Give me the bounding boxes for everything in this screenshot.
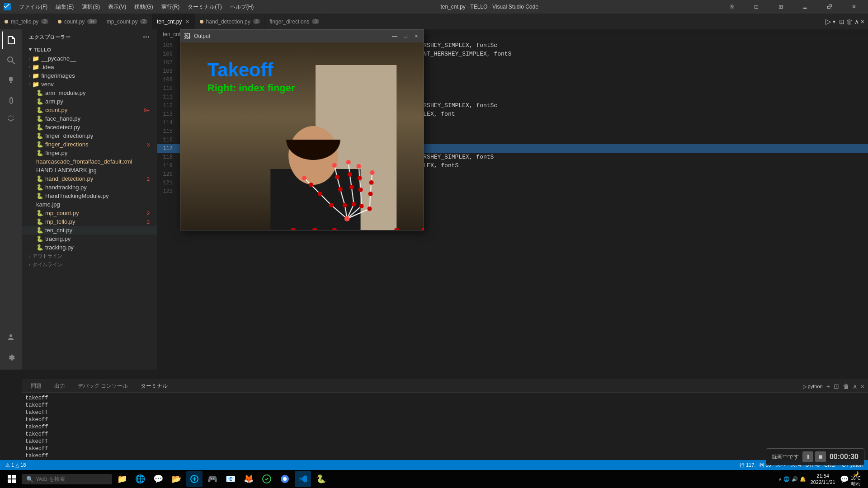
output-titlebar[interactable]: 🖼 Output — □ × — [180, 30, 424, 42]
split-terminal-btn[interactable]: ⊡ — [834, 383, 839, 390]
tab-hand-detection[interactable]: hand_detection.py 2 — [195, 14, 265, 29]
sidebar-item-mp-tello[interactable]: 🐍 mp_tello.py 2 — [22, 217, 157, 226]
sidebar-item-kame[interactable]: kame.jpg — [22, 200, 157, 209]
sidebar-item-ten-cnt[interactable]: 🐍 ten_cnt.py — [22, 226, 157, 235]
run-debug-icon[interactable] — [2, 91, 20, 109]
sidebar-item-face-hand[interactable]: 🐍 face_hand.py — [22, 114, 157, 123]
output-minimize-btn[interactable]: — — [391, 33, 398, 40]
layout-btn-3[interactable]: ⊞ — [770, 0, 791, 14]
taskbar-search-input[interactable] — [36, 476, 108, 482]
sidebar-item-finger-direction[interactable]: 🐍 finger_direction.py — [22, 131, 157, 140]
accounts-icon[interactable] — [2, 328, 20, 346]
sidebar-item-tracing[interactable]: 🐍 tracing.py — [22, 235, 157, 243]
status-errors[interactable]: ⚠ 1 △ 18 — [4, 462, 28, 468]
minimize-button[interactable]: 🗕 — [795, 0, 816, 14]
sidebar-section-outline[interactable]: › アウトライン — [22, 252, 157, 260]
sidebar-item-hand-landmark[interactable]: HAND LANDMARK.jpg — [22, 166, 157, 174]
add-terminal-btn[interactable]: + — [826, 383, 830, 390]
menu-edit[interactable]: 編集(E) — [52, 2, 77, 12]
sidebar-item-haarcascade[interactable]: haarcascade_frontalface_default.xml — [22, 157, 157, 166]
split-editor-btn[interactable]: ⊡ — [839, 18, 844, 25]
panel-tab-terminal[interactable]: ターミナル — [135, 380, 173, 392]
tab-count[interactable]: count.py 9+ — [53, 14, 102, 29]
panel-tab-problems[interactable]: 問題 — [25, 380, 47, 392]
sidebar-item-count[interactable]: 🐍 count.py 9+ — [22, 106, 157, 114]
taskbar-app4[interactable] — [259, 471, 275, 487]
settings-icon[interactable] — [2, 348, 20, 366]
taskbar-start-btn[interactable] — [4, 471, 20, 487]
tab-mp-count[interactable]: mp_count.py 2 — [102, 14, 152, 29]
stop-recording-btn[interactable]: ⏹ — [815, 451, 826, 462]
sidebar-item-arm-module[interactable]: 🐍 arm_module.py — [22, 89, 157, 97]
sidebar-item-facedetect[interactable]: 🐍 facedetect.py — [22, 123, 157, 131]
tab-finger-directions[interactable]: finger_directions 3 — [265, 14, 324, 29]
menu-help[interactable]: ヘルプ(H) — [226, 2, 258, 12]
close-panel-btn[interactable]: × — [861, 383, 864, 390]
taskbar-app3[interactable]: 🦊 — [241, 471, 257, 487]
sidebar-more-options[interactable]: ··· — [143, 33, 150, 41]
taskbar-file-explorer[interactable]: 📁 — [114, 471, 130, 487]
weather-temp: 16°C — [851, 476, 861, 481]
taskbar-python[interactable]: 🐍 — [313, 471, 329, 487]
maximize-panel-btn[interactable]: ∧ — [853, 383, 857, 390]
close-button[interactable]: ✕ — [844, 0, 864, 14]
layout-btn-1[interactable]: ⎘ — [722, 0, 742, 14]
badge: 3 — [147, 142, 150, 147]
trash-btn[interactable]: 🗑 — [846, 18, 853, 25]
sidebar-item-handtracking[interactable]: 🐍 handtracking.py — [22, 183, 157, 192]
tab-ten-cnt[interactable]: ten_cnt.py × — [152, 14, 195, 29]
sidebar-item-tracking[interactable]: 🐍 tracking.py — [22, 243, 157, 252]
svg-rect-1 — [8, 475, 11, 479]
menu-go[interactable]: 移動(G) — [131, 2, 156, 12]
sidebar-item-handtrackingmodule[interactable]: 🐍 HandTrackingModule.py — [22, 192, 157, 200]
sidebar-item-arm[interactable]: 🐍 arm.py — [22, 97, 157, 106]
menu-file[interactable]: ファイル(F) — [15, 2, 51, 12]
tab-mp-tello[interactable]: mp_tello.py 2 — [0, 14, 53, 29]
menu-select[interactable]: 選択(S) — [78, 2, 104, 12]
taskbar-chrome[interactable] — [277, 471, 293, 487]
run-dropdown[interactable]: ▾ — [833, 19, 835, 25]
extensions-icon[interactable] — [2, 111, 20, 129]
sidebar-item-finger-directions[interactable]: 🐍 finger_directions 3 — [22, 140, 157, 149]
taskbar-edge[interactable]: 🌐 — [132, 471, 148, 487]
run-button[interactable]: ▷ — [826, 17, 831, 26]
notification-btn[interactable]: 💬 — [840, 475, 849, 483]
tab-badge: 3 — [312, 19, 319, 24]
sidebar-item-pycache[interactable]: › 📁 __pycache__ — [22, 54, 157, 63]
search-icon[interactable] — [2, 51, 20, 69]
sidebar-item-venv[interactable]: › 📁 venv — [22, 80, 157, 89]
taskbar-folder[interactable]: 📂 — [168, 471, 184, 487]
sidebar-root-folder[interactable]: ▾ TELLO — [22, 45, 157, 54]
source-control-icon[interactable] — [2, 71, 20, 89]
menu-terminal[interactable]: ターミナル(T) — [184, 2, 225, 12]
restore-button[interactable]: 🗗 — [819, 0, 840, 14]
menu-run[interactable]: 実行(R) — [158, 2, 184, 12]
taskbar-app1[interactable] — [186, 471, 203, 487]
output-restore-btn[interactable]: □ — [402, 33, 409, 40]
layout-btn-2[interactable]: ⊡ — [746, 0, 767, 14]
tab-close-icon[interactable]: × — [184, 18, 190, 25]
menu-view[interactable]: 表示(V) — [104, 2, 130, 12]
taskbar-app2[interactable]: 🎮 — [204, 471, 221, 487]
explorer-icon[interactable] — [2, 31, 20, 49]
panel-close-btn[interactable]: × — [861, 18, 864, 25]
sidebar-item-hand-detection[interactable]: 🐍 hand_detection.py 2 — [22, 174, 157, 183]
output-close-btn[interactable]: × — [413, 33, 420, 40]
pause-recording-btn[interactable]: ⏸ — [802, 451, 813, 462]
taskbar-teams[interactable]: 💬 — [150, 471, 166, 487]
panel-content[interactable]: takeoff takeoff takeoff takeoff takeoff … — [22, 393, 868, 470]
sidebar-item-mp-count[interactable]: 🐍 mp_count.py 2 — [22, 209, 157, 217]
search-bar[interactable]: 🔍 — [22, 474, 112, 484]
sidebar-item-fingerimages[interactable]: › 📁 fingerimages — [22, 71, 157, 80]
taskbar-mail[interactable]: 📧 — [222, 471, 239, 487]
trash-terminal-btn[interactable]: 🗑 — [843, 383, 849, 390]
taskbar-clock[interactable]: 21:54 2022/11/21 — [808, 472, 838, 487]
panel-chevron-up[interactable]: ∧ — [854, 18, 859, 25]
taskbar-chevron[interactable]: ∧ — [778, 477, 782, 482]
sidebar-item-finger[interactable]: 🐍 finger.py — [22, 149, 157, 157]
sidebar-section-timeline[interactable]: › タイムライン — [22, 260, 157, 269]
taskbar-vscode[interactable] — [295, 471, 311, 487]
panel-tab-debug[interactable]: デバッグ コンソール — [72, 380, 133, 392]
panel-tab-output[interactable]: 出力 — [49, 380, 71, 392]
sidebar-item-idea[interactable]: › 📁 .idea — [22, 63, 157, 71]
